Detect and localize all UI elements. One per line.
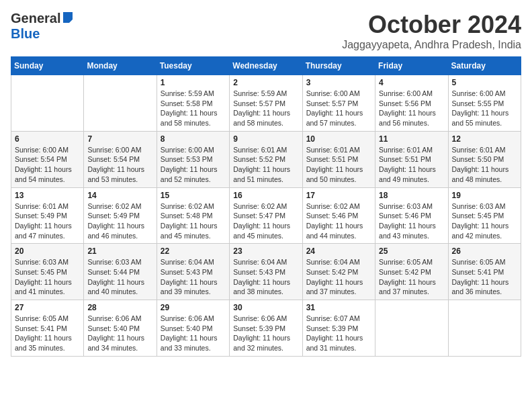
day-number: 28 xyxy=(87,303,152,312)
calendar-cell: 1Sunrise: 5:59 AMSunset: 5:58 PMDaylight… xyxy=(157,75,229,132)
calendar-cell: 8Sunrise: 6:00 AMSunset: 5:53 PMDaylight… xyxy=(157,131,229,187)
day-info: Sunrise: 6:04 AMSunset: 5:43 PMDaylight:… xyxy=(233,257,298,297)
day-number: 6 xyxy=(15,134,80,144)
day-number: 11 xyxy=(379,134,444,144)
calendar-cell: 12Sunrise: 6:01 AMSunset: 5:50 PMDayligh… xyxy=(448,131,521,187)
month-title: October 2024 xyxy=(342,11,521,39)
calendar-cell: 24Sunrise: 6:04 AMSunset: 5:42 PMDayligh… xyxy=(302,244,375,300)
day-number: 25 xyxy=(379,246,444,256)
day-number: 24 xyxy=(306,246,371,256)
calendar-cell: 22Sunrise: 6:04 AMSunset: 5:43 PMDayligh… xyxy=(157,244,229,300)
day-info: Sunrise: 6:01 AMSunset: 5:51 PMDaylight:… xyxy=(379,145,444,185)
day-number: 1 xyxy=(161,78,226,87)
day-info: Sunrise: 6:03 AMSunset: 5:46 PMDaylight:… xyxy=(379,201,444,241)
logo-icon xyxy=(62,12,74,24)
day-number: 8 xyxy=(161,134,226,144)
calendar-cell: 2Sunrise: 5:59 AMSunset: 5:57 PMDaylight… xyxy=(230,75,302,132)
calendar-cell: 19Sunrise: 6:03 AMSunset: 5:45 PMDayligh… xyxy=(448,187,521,244)
weekday-header-wednesday: Wednesday xyxy=(230,57,302,75)
day-number: 26 xyxy=(452,246,517,256)
day-number: 16 xyxy=(233,191,298,200)
day-info: Sunrise: 6:01 AMSunset: 5:52 PMDaylight:… xyxy=(233,145,298,185)
calendar-cell: 7Sunrise: 6:00 AMSunset: 5:54 PMDaylight… xyxy=(84,131,157,187)
calendar-cell: 4Sunrise: 6:00 AMSunset: 5:56 PMDaylight… xyxy=(375,75,448,132)
day-info: Sunrise: 6:05 AMSunset: 5:41 PMDaylight:… xyxy=(15,314,80,353)
page-header: General Blue October 2024 Jaggayyapeta, … xyxy=(11,11,521,51)
location: Jaggayyapeta, Andhra Pradesh, India xyxy=(342,39,521,51)
day-number: 14 xyxy=(87,191,152,200)
day-number: 21 xyxy=(87,246,152,256)
calendar-cell: 27Sunrise: 6:05 AMSunset: 5:41 PMDayligh… xyxy=(11,300,84,357)
day-info: Sunrise: 6:02 AMSunset: 5:49 PMDaylight:… xyxy=(87,201,152,241)
day-number: 19 xyxy=(452,191,517,200)
calendar-cell xyxy=(84,75,157,132)
day-info: Sunrise: 6:02 AMSunset: 5:48 PMDaylight:… xyxy=(161,201,226,241)
calendar-cell: 21Sunrise: 6:03 AMSunset: 5:44 PMDayligh… xyxy=(84,244,157,300)
weekday-header-saturday: Saturday xyxy=(448,57,521,75)
calendar-cell: 10Sunrise: 6:01 AMSunset: 5:51 PMDayligh… xyxy=(302,131,375,187)
calendar-cell: 16Sunrise: 6:02 AMSunset: 5:47 PMDayligh… xyxy=(230,187,302,244)
title-block: October 2024 Jaggayyapeta, Andhra Prades… xyxy=(342,11,521,51)
calendar-cell: 13Sunrise: 6:01 AMSunset: 5:49 PMDayligh… xyxy=(11,187,84,244)
day-info: Sunrise: 6:05 AMSunset: 5:42 PMDaylight:… xyxy=(379,257,444,297)
calendar-cell: 30Sunrise: 6:06 AMSunset: 5:39 PMDayligh… xyxy=(230,300,302,357)
calendar-cell: 15Sunrise: 6:02 AMSunset: 5:48 PMDayligh… xyxy=(157,187,229,244)
day-number: 5 xyxy=(452,78,517,87)
day-info: Sunrise: 6:06 AMSunset: 5:40 PMDaylight:… xyxy=(87,314,152,353)
day-info: Sunrise: 6:05 AMSunset: 5:41 PMDaylight:… xyxy=(452,257,517,297)
calendar-week-2: 6Sunrise: 6:00 AMSunset: 5:54 PMDaylight… xyxy=(11,131,521,187)
day-info: Sunrise: 6:02 AMSunset: 5:46 PMDaylight:… xyxy=(306,201,371,241)
day-number: 4 xyxy=(379,78,444,87)
day-info: Sunrise: 5:59 AMSunset: 5:57 PMDaylight:… xyxy=(233,89,298,128)
calendar-cell: 3Sunrise: 6:00 AMSunset: 5:57 PMDaylight… xyxy=(302,75,375,132)
weekday-header-monday: Monday xyxy=(84,57,157,75)
calendar-cell: 20Sunrise: 6:03 AMSunset: 5:45 PMDayligh… xyxy=(11,244,84,300)
calendar-cell xyxy=(448,300,521,357)
day-info: Sunrise: 6:07 AMSunset: 5:39 PMDaylight:… xyxy=(306,314,371,353)
calendar-cell: 23Sunrise: 6:04 AMSunset: 5:43 PMDayligh… xyxy=(230,244,302,300)
day-info: Sunrise: 6:00 AMSunset: 5:53 PMDaylight:… xyxy=(161,145,226,185)
calendar-cell: 26Sunrise: 6:05 AMSunset: 5:41 PMDayligh… xyxy=(448,244,521,300)
day-number: 13 xyxy=(15,191,80,200)
day-number: 7 xyxy=(87,134,152,144)
calendar-cell xyxy=(375,300,448,357)
calendar-cell: 11Sunrise: 6:01 AMSunset: 5:51 PMDayligh… xyxy=(375,131,448,187)
day-info: Sunrise: 6:00 AMSunset: 5:54 PMDaylight:… xyxy=(87,145,152,185)
calendar-cell: 14Sunrise: 6:02 AMSunset: 5:49 PMDayligh… xyxy=(84,187,157,244)
weekday-header-sunday: Sunday xyxy=(11,57,84,75)
weekday-header-tuesday: Tuesday xyxy=(157,57,229,75)
calendar-header: SundayMondayTuesdayWednesdayThursdayFrid… xyxy=(11,57,521,75)
day-info: Sunrise: 6:03 AMSunset: 5:45 PMDaylight:… xyxy=(15,257,80,297)
calendar-cell: 28Sunrise: 6:06 AMSunset: 5:40 PMDayligh… xyxy=(84,300,157,357)
calendar-cell: 17Sunrise: 6:02 AMSunset: 5:46 PMDayligh… xyxy=(302,187,375,244)
calendar-table: SundayMondayTuesdayWednesdayThursdayFrid… xyxy=(11,56,521,357)
day-number: 23 xyxy=(233,246,298,256)
day-number: 20 xyxy=(15,246,80,256)
day-info: Sunrise: 6:06 AMSunset: 5:40 PMDaylight:… xyxy=(161,314,226,353)
day-info: Sunrise: 6:00 AMSunset: 5:55 PMDaylight:… xyxy=(452,89,517,128)
day-info: Sunrise: 6:04 AMSunset: 5:42 PMDaylight:… xyxy=(306,257,371,297)
day-info: Sunrise: 5:59 AMSunset: 5:58 PMDaylight:… xyxy=(161,89,226,128)
day-info: Sunrise: 6:06 AMSunset: 5:39 PMDaylight:… xyxy=(233,314,298,353)
day-info: Sunrise: 6:00 AMSunset: 5:56 PMDaylight:… xyxy=(379,89,444,128)
calendar-body: 1Sunrise: 5:59 AMSunset: 5:58 PMDaylight… xyxy=(11,75,521,357)
day-info: Sunrise: 6:03 AMSunset: 5:45 PMDaylight:… xyxy=(452,201,517,241)
day-number: 3 xyxy=(306,78,371,87)
day-number: 12 xyxy=(452,134,517,144)
day-number: 18 xyxy=(379,191,444,200)
calendar-week-3: 13Sunrise: 6:01 AMSunset: 5:49 PMDayligh… xyxy=(11,187,521,244)
day-info: Sunrise: 6:00 AMSunset: 5:57 PMDaylight:… xyxy=(306,89,371,128)
day-number: 31 xyxy=(306,303,371,312)
day-info: Sunrise: 6:01 AMSunset: 5:50 PMDaylight:… xyxy=(452,145,517,185)
day-info: Sunrise: 6:00 AMSunset: 5:54 PMDaylight:… xyxy=(15,145,80,185)
day-info: Sunrise: 6:02 AMSunset: 5:47 PMDaylight:… xyxy=(233,201,298,241)
day-number: 9 xyxy=(233,134,298,144)
logo: General Blue xyxy=(11,11,74,42)
weekday-header-friday: Friday xyxy=(375,57,448,75)
day-info: Sunrise: 6:04 AMSunset: 5:43 PMDaylight:… xyxy=(161,257,226,297)
svg-marker-0 xyxy=(63,12,73,23)
day-number: 22 xyxy=(161,246,226,256)
calendar-week-4: 20Sunrise: 6:03 AMSunset: 5:45 PMDayligh… xyxy=(11,244,521,300)
calendar-cell: 25Sunrise: 6:05 AMSunset: 5:42 PMDayligh… xyxy=(375,244,448,300)
calendar-cell: 5Sunrise: 6:00 AMSunset: 5:55 PMDaylight… xyxy=(448,75,521,132)
